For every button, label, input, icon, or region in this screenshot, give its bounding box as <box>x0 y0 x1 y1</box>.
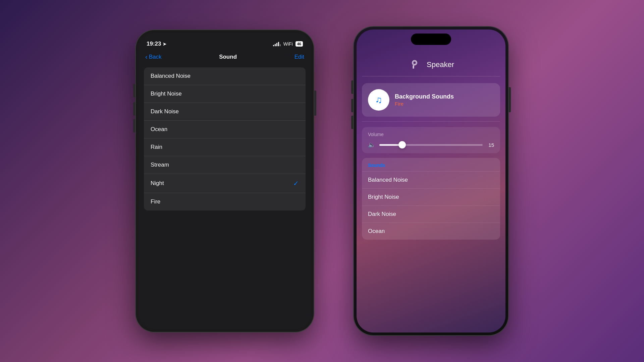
left-phone: 19:23 ➤ WiFi 46 ‹ Back <box>136 30 314 332</box>
checkmark-icon: ✓ <box>293 179 299 187</box>
slider-thumb[interactable] <box>398 141 406 148</box>
signal-bar-2 <box>275 44 276 46</box>
chevron-left-icon: ‹ <box>145 53 148 61</box>
page-title: Sound <box>219 54 237 60</box>
list-item[interactable]: Rain <box>144 138 306 156</box>
list-item[interactable]: Bright Noise <box>144 85 306 103</box>
sounds-item-dark[interactable]: Dark Noise <box>362 206 500 223</box>
sounds-item-balanced[interactable]: Balanced Noise <box>362 172 500 189</box>
divider-volume <box>362 121 500 122</box>
sounds-section-header: Sounds <box>362 158 500 172</box>
album-art: ♫ <box>368 89 389 111</box>
location-icon: ➤ <box>163 42 166 47</box>
signal-bar-4 <box>278 42 279 46</box>
track-info: Background Sounds Fire <box>395 93 494 107</box>
signal-bar-1 <box>273 45 274 46</box>
list-item[interactable]: Ocean <box>144 121 306 138</box>
volume-slider[interactable] <box>379 144 483 146</box>
now-playing-card: ♫ Background Sounds Fire <box>362 83 500 117</box>
sounds-section: Sounds Balanced Noise Bright Noise Dark … <box>362 158 500 240</box>
back-button[interactable]: ‹ Back <box>145 53 161 61</box>
music-note-icon: ♫ <box>375 95 382 105</box>
speaker-title: Speaker <box>427 60 454 69</box>
signal-bars <box>273 42 281 46</box>
list-item-night[interactable]: Night ✓ <box>144 174 306 193</box>
status-icons: WiFi 46 <box>273 41 303 47</box>
sounds-item-bright[interactable]: Bright Noise <box>362 189 500 206</box>
volume-row: 🔈 15 <box>368 141 494 148</box>
volume-value: 15 <box>486 142 494 148</box>
sounds-item-ocean[interactable]: Ocean <box>362 223 500 240</box>
ear-icon <box>408 58 421 71</box>
battery-indicator: 46 <box>296 41 303 47</box>
wifi-icon: WiFi <box>283 41 293 47</box>
track-title: Background Sounds <box>395 93 494 100</box>
list-item[interactable]: Dark Noise <box>144 103 306 121</box>
list-item[interactable]: Balanced Noise <box>144 67 306 85</box>
right-phone: Speaker ♫ Background Sounds Fire Volume … <box>354 27 508 335</box>
signal-bar-3 <box>276 43 277 46</box>
dynamic-island <box>411 34 451 45</box>
divider-top <box>362 76 500 76</box>
nav-bar: ‹ Back Sound Edit <box>139 50 311 65</box>
track-subtitle: Fire <box>395 101 494 107</box>
sound-list: Balanced Noise Bright Noise Dark Noise O… <box>144 67 306 210</box>
list-item[interactable]: Stream <box>144 156 306 174</box>
list-item[interactable]: Fire <box>144 193 306 210</box>
status-time: 19:23 ➤ <box>147 41 166 47</box>
right-screen: Speaker ♫ Background Sounds Fire Volume … <box>357 29 505 333</box>
status-bar: 19:23 ➤ WiFi 46 <box>139 33 311 50</box>
volume-section: Volume 🔈 15 <box>362 127 500 153</box>
signal-bar-5 <box>280 44 281 46</box>
volume-low-icon: 🔈 <box>368 141 376 148</box>
left-screen: 19:23 ➤ WiFi 46 ‹ Back <box>139 33 311 329</box>
volume-label: Volume <box>368 132 494 137</box>
edit-button[interactable]: Edit <box>294 54 304 60</box>
